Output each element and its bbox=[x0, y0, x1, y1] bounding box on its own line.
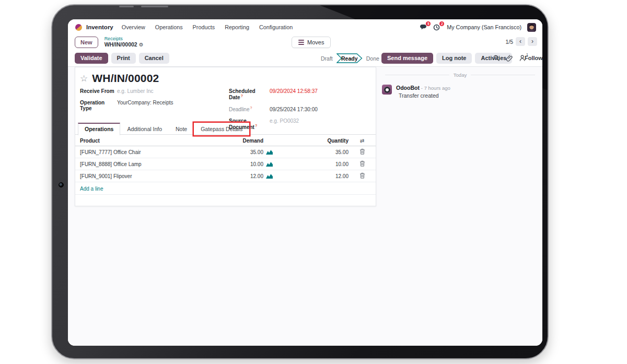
product-cell[interactable]: [FURN_8888] Office Lamp bbox=[75, 161, 231, 167]
date-divider: Today bbox=[385, 72, 535, 78]
table-row[interactable]: [FURN_8888] Office Lamp 10.00 10.00 bbox=[75, 158, 376, 170]
column-demand[interactable]: Demand bbox=[231, 138, 263, 144]
quantity-cell[interactable]: 12.00 bbox=[276, 173, 349, 179]
receive-from-input[interactable]: e.g. Lumber Inc bbox=[117, 88, 153, 94]
attachments-icon[interactable] bbox=[506, 55, 513, 62]
field-group-left: Receive From e.g. Lumber Inc Operation T… bbox=[80, 88, 173, 116]
search-messages-icon[interactable] bbox=[493, 55, 500, 61]
product-cell[interactable]: [FURN_7777] Office Chair bbox=[75, 149, 231, 155]
moves-button[interactable]: Moves bbox=[292, 37, 331, 48]
forecast-chart-icon[interactable] bbox=[263, 149, 276, 155]
tablet-camera bbox=[59, 182, 64, 187]
activities-badge: 2 bbox=[439, 21, 444, 26]
forecast-chart-icon[interactable] bbox=[263, 173, 276, 179]
document-title: WH/IN/00002 bbox=[92, 72, 159, 85]
receive-from-label: Receive From bbox=[80, 88, 117, 94]
company-switcher[interactable]: My Company (San Francisco) bbox=[447, 24, 521, 30]
validate-button[interactable]: Validate bbox=[75, 53, 108, 64]
tablet-volume-button bbox=[119, 6, 134, 7]
delete-row-icon[interactable] bbox=[349, 148, 376, 156]
chatter-tools: 1 bbox=[493, 55, 528, 62]
favorite-star-icon[interactable]: ☆ bbox=[80, 74, 88, 83]
hint-icon: ? bbox=[250, 106, 252, 110]
add-line-row: Add a line bbox=[75, 182, 376, 195]
quantity-cell[interactable]: 35.00 bbox=[276, 149, 349, 155]
chatter: Today OdooBot - 7 hours ago Transfer cre… bbox=[380, 67, 540, 99]
status-ready[interactable]: Ready bbox=[336, 53, 363, 63]
message-timestamp: - 7 hours ago bbox=[421, 85, 450, 91]
title-row: ☆ WH/IN/00002 bbox=[80, 72, 159, 85]
app-name[interactable]: Inventory bbox=[86, 24, 113, 30]
pager-count[interactable]: 1/5 bbox=[505, 39, 513, 45]
messages-icon[interactable]: 5 bbox=[420, 24, 427, 31]
table-row[interactable]: [FURN_9001] Flipover 12.00 12.00 bbox=[75, 170, 376, 182]
status-draft[interactable]: Draft bbox=[317, 55, 336, 62]
operation-type-value[interactable]: YourCompany: Receipts bbox=[117, 100, 173, 105]
action-gear-icon[interactable]: ⚙ bbox=[139, 42, 144, 48]
new-button[interactable]: New bbox=[75, 37, 98, 48]
forecast-chart-icon[interactable] bbox=[263, 161, 276, 167]
message-header: OdooBot - 7 hours ago bbox=[396, 85, 450, 91]
chatter-message: OdooBot - 7 hours ago Transfer created bbox=[382, 85, 540, 99]
deadline-label: Deadline? bbox=[229, 106, 270, 112]
table-row[interactable]: [FURN_7777] Office Chair 35.00 35.00 bbox=[75, 146, 376, 158]
message-author: OdooBot bbox=[396, 85, 420, 91]
pager: 1/5 ‹ › bbox=[505, 37, 537, 46]
tab-note[interactable]: Note bbox=[169, 123, 194, 135]
print-button[interactable]: Print bbox=[111, 53, 136, 64]
inventory-app-icon[interactable] bbox=[75, 24, 82, 31]
breadcrumb: Receipts WH/IN/00002⚙ bbox=[104, 37, 144, 48]
product-cell[interactable]: [FURN_9001] Flipover bbox=[75, 173, 231, 179]
menu-overview[interactable]: Overview bbox=[122, 24, 145, 30]
deadline-value[interactable]: 09/25/2024 17:30:00 bbox=[270, 107, 318, 112]
top-navbar: Inventory Overview Operations Products R… bbox=[68, 19, 542, 35]
field-receive-from: Receive From e.g. Lumber Inc bbox=[80, 88, 173, 94]
hint-icon: ? bbox=[241, 94, 243, 98]
tab-additional-info[interactable]: Additional Info bbox=[120, 123, 169, 135]
demand-cell[interactable]: 12.00 bbox=[231, 173, 263, 179]
control-panel: New Receipts WH/IN/00002⚙ Moves 1/5 ‹ › bbox=[68, 35, 542, 50]
tab-operations[interactable]: Operations bbox=[78, 123, 120, 135]
action-bar: Validate Print Cancel Draft Ready Done S… bbox=[68, 50, 542, 67]
messages-badge: 5 bbox=[426, 21, 431, 26]
screen: Inventory Overview Operations Products R… bbox=[68, 19, 542, 346]
user-avatar[interactable] bbox=[527, 23, 536, 32]
scheduled-date-value[interactable]: 09/20/2024 12:58:37 bbox=[270, 88, 318, 94]
table-body: [FURN_7777] Office Chair 35.00 35.00 [FU… bbox=[75, 146, 376, 182]
pager-previous-button[interactable]: ‹ bbox=[516, 37, 525, 46]
log-note-button[interactable]: Log note bbox=[436, 53, 472, 64]
quantity-cell[interactable]: 10.00 bbox=[276, 161, 349, 167]
field-deadline: Deadline? 09/25/2024 17:30:00 bbox=[229, 106, 318, 112]
pager-next-button[interactable]: › bbox=[528, 37, 537, 46]
activities-icon[interactable]: 2 bbox=[433, 24, 441, 31]
field-operation-type: Operation Type YourCompany: Receipts bbox=[80, 100, 173, 111]
moves-list-icon bbox=[298, 40, 304, 45]
delete-row-icon[interactable] bbox=[349, 160, 376, 168]
send-message-button[interactable]: Send message bbox=[381, 53, 433, 64]
demand-cell[interactable]: 10.00 bbox=[231, 161, 263, 167]
systray: 5 2 My Company (San Francisco) bbox=[420, 23, 536, 32]
status-done[interactable]: Done bbox=[363, 55, 383, 62]
form-sheet: ☆ WH/IN/00002 Receive From e.g. Lumber I… bbox=[75, 67, 376, 206]
tablet-frame: Inventory Overview Operations Products R… bbox=[51, 4, 549, 359]
page-background: Inventory Overview Operations Products R… bbox=[0, 0, 627, 364]
tab-gatepass-details[interactable]: Gatepass Details bbox=[194, 123, 249, 135]
menu-operations[interactable]: Operations bbox=[155, 24, 183, 30]
field-scheduled-date: Scheduled Date? 09/20/2024 12:58:37 bbox=[229, 88, 318, 100]
main-menu: Overview Operations Products Reporting C… bbox=[122, 24, 293, 30]
cancel-button[interactable]: Cancel bbox=[139, 53, 169, 64]
breadcrumb-current[interactable]: WH/IN/00002 bbox=[104, 41, 137, 48]
source-document-input[interactable]: e.g. PO0032 bbox=[270, 118, 299, 124]
follow-button[interactable]: Follow bbox=[525, 55, 542, 61]
demand-cell[interactable]: 35.00 bbox=[231, 149, 263, 155]
delete-row-icon[interactable] bbox=[349, 172, 376, 180]
optional-columns-icon[interactable]: ⇄ bbox=[349, 138, 376, 144]
add-a-line-link[interactable]: Add a line bbox=[75, 186, 103, 192]
statusbar: Draft Ready Done bbox=[317, 50, 383, 67]
menu-configuration[interactable]: Configuration bbox=[259, 24, 293, 30]
column-product[interactable]: Product bbox=[75, 138, 231, 144]
column-quantity[interactable]: Quantity bbox=[276, 138, 349, 144]
hint-icon: ? bbox=[255, 124, 257, 127]
menu-reporting[interactable]: Reporting bbox=[225, 24, 249, 30]
menu-products[interactable]: Products bbox=[193, 24, 215, 30]
